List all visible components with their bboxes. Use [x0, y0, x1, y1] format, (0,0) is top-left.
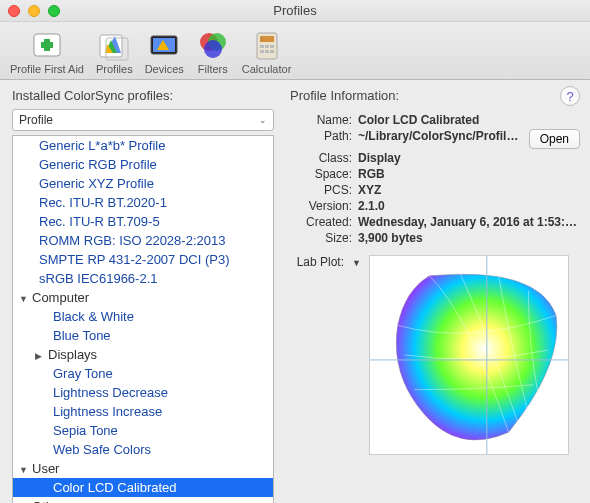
svg-rect-21: [270, 50, 274, 53]
filters-icon: [196, 28, 230, 62]
list-item[interactable]: Generic XYZ Profile: [13, 174, 273, 193]
list-item[interactable]: Rec. ITU-R BT.2020-1: [13, 193, 273, 212]
info-label-class: Class:: [290, 151, 352, 165]
info-class: Display: [358, 151, 580, 165]
info-version: 2.1.0: [358, 199, 580, 213]
info-path: ~/Library/ColorSync/Profiles…: [358, 129, 523, 143]
devices-icon: [147, 28, 181, 62]
chevron-down-icon: ⌄: [259, 115, 267, 125]
tree-node-user[interactable]: User: [13, 459, 273, 478]
lab-plot[interactable]: [369, 255, 569, 455]
list-item[interactable]: Sepia Tone: [13, 421, 273, 440]
tree-node-other[interactable]: Other: [13, 497, 273, 503]
toolbar-label: Profile First Aid: [10, 63, 84, 75]
list-item[interactable]: Lightness Decrease: [13, 383, 273, 402]
list-item[interactable]: ROMM RGB: ISO 22028-2:2013: [13, 231, 273, 250]
svg-rect-16: [260, 45, 264, 48]
toolbar-filters[interactable]: Filters: [192, 26, 234, 77]
profile-list[interactable]: Generic L*a*b* Profile Generic RGB Profi…: [12, 135, 274, 503]
svg-rect-17: [265, 45, 269, 48]
svg-rect-2: [41, 42, 53, 48]
toolbar-calculator[interactable]: Calculator: [238, 26, 296, 77]
info-name: Color LCD Calibrated: [358, 113, 580, 127]
chevron-down-icon[interactable]: ▼: [352, 258, 361, 268]
list-item[interactable]: Rec. ITU-R BT.709-5: [13, 212, 273, 231]
info-label-pcs: PCS:: [290, 183, 352, 197]
toolbar-label: Devices: [145, 63, 184, 75]
tree-node-displays[interactable]: Displays: [13, 345, 273, 364]
list-item[interactable]: sRGB IEC61966-2.1: [13, 269, 273, 288]
window-title: Profiles: [0, 3, 590, 18]
info-label-path: Path:: [290, 129, 352, 143]
tree-node-computer[interactable]: Computer: [13, 288, 273, 307]
info-space: RGB: [358, 167, 580, 181]
list-item[interactable]: Generic RGB Profile: [13, 155, 273, 174]
titlebar: Profiles: [0, 0, 590, 22]
list-item[interactable]: Web Safe Colors: [13, 440, 273, 459]
list-item[interactable]: Gray Tone: [13, 364, 273, 383]
svg-rect-20: [265, 50, 269, 53]
toolbar-label: Profiles: [96, 63, 133, 75]
profile-info-heading: Profile Information:: [290, 88, 580, 103]
toolbar-devices[interactable]: Devices: [141, 26, 188, 77]
labplot-label: Lab Plot:: [290, 255, 344, 269]
toolbar-label: Calculator: [242, 63, 292, 75]
installed-profiles-heading: Installed ColorSync profiles:: [12, 88, 274, 103]
profile-dropdown[interactable]: Profile ⌄: [12, 109, 274, 131]
svg-point-13: [204, 40, 222, 58]
toolbar-profile-first-aid[interactable]: Profile First Aid: [6, 26, 88, 77]
list-item[interactable]: Generic L*a*b* Profile: [13, 136, 273, 155]
calculator-icon: [250, 28, 284, 62]
svg-rect-18: [270, 45, 274, 48]
first-aid-icon: [30, 28, 64, 62]
info-size: 3,900 bytes: [358, 231, 580, 245]
info-pcs: XYZ: [358, 183, 580, 197]
toolbar: Profile First Aid Profiles Devices Filte…: [0, 22, 590, 80]
list-item[interactable]: Black & White: [13, 307, 273, 326]
svg-rect-19: [260, 50, 264, 53]
list-item[interactable]: SMPTE RP 431-2-2007 DCI (P3): [13, 250, 273, 269]
info-label-size: Size:: [290, 231, 352, 245]
list-item[interactable]: Blue Tone: [13, 326, 273, 345]
profiles-icon: [97, 28, 131, 62]
svg-rect-15: [260, 36, 274, 42]
list-item-selected[interactable]: Color LCD Calibrated: [13, 478, 273, 497]
toolbar-profiles[interactable]: Profiles: [92, 26, 137, 77]
toolbar-label: Filters: [198, 63, 228, 75]
help-button[interactable]: ?: [560, 86, 580, 106]
info-label-space: Space:: [290, 167, 352, 181]
info-label-created: Created:: [290, 215, 352, 229]
info-label-name: Name:: [290, 113, 352, 127]
info-created: Wednesday, January 6, 2016 at 1:53:4…: [358, 215, 580, 229]
list-item[interactable]: Lightness Increase: [13, 402, 273, 421]
dropdown-value: Profile: [19, 113, 53, 127]
info-label-version: Version:: [290, 199, 352, 213]
open-button[interactable]: Open: [529, 129, 580, 149]
